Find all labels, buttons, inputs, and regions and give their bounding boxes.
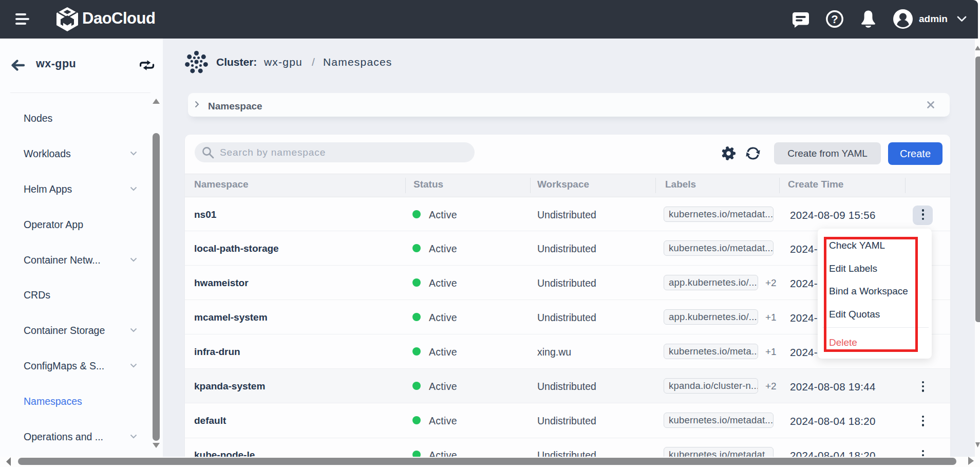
svg-text:?: ? [831, 13, 838, 26]
